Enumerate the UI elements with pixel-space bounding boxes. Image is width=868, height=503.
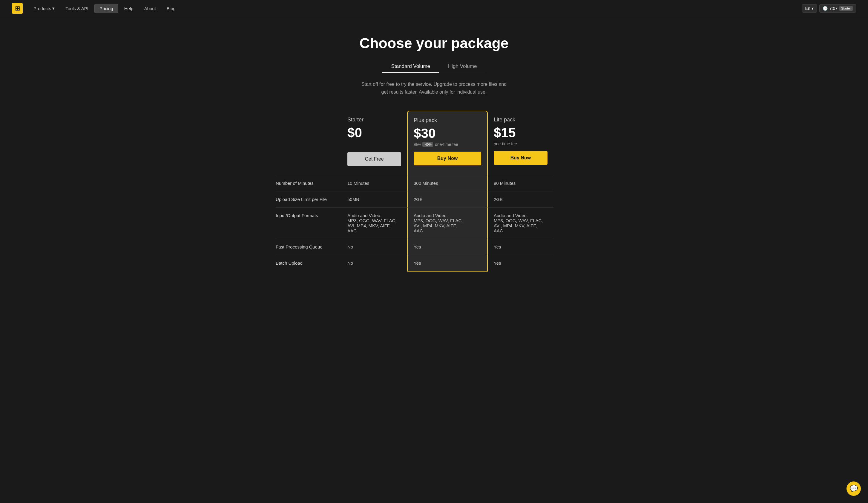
feature-minutes-starter: 10 Minutes <box>341 175 407 191</box>
lite-fee-label: one-time fee <box>494 141 517 146</box>
nav-about[interactable]: About <box>140 4 161 13</box>
header-empty <box>276 111 341 175</box>
nav-help[interactable]: Help <box>120 4 138 13</box>
feature-upload-lite: 2GB <box>488 191 554 207</box>
feature-label-formats: Input/Output Formats <box>276 207 341 239</box>
plus-cta-button[interactable]: Buy Now <box>414 152 481 165</box>
pricing-table: Starter $0 Get Free Plus pack $30 $50 -4… <box>276 111 592 272</box>
feature-queue-starter: No <box>341 239 407 255</box>
starter-cta-button[interactable]: Get Free <box>348 152 401 166</box>
feature-upload-plus: 2GB <box>407 191 488 207</box>
feature-upload-starter: 50MB <box>341 191 407 207</box>
feature-formats-lite: Audio and Video: MP3, OGG, WAV, FLAC, AV… <box>488 207 554 239</box>
feature-label-queue: Fast Processing Queue <box>276 239 341 255</box>
plan-header-lite: Lite pack $15 one-time fee Buy Now <box>488 111 554 175</box>
chat-button[interactable]: 💬 <box>847 482 861 496</box>
navbar: ⊞ Products ▾ Tools & API Pricing Help Ab… <box>0 0 868 17</box>
page-title: Choose your package <box>276 35 592 51</box>
logo-icon: ⊞ <box>15 5 20 12</box>
plus-fee-label: one-time fee <box>435 142 458 147</box>
plus-discount-badge: -40% <box>422 142 433 147</box>
plan-header-plus: Plus pack $30 $50 -40% one-time fee Buy … <box>407 111 488 175</box>
plus-original-price: $50 <box>414 142 421 147</box>
starter-plan-name: Starter <box>348 117 401 123</box>
lite-cta-button[interactable]: Buy Now <box>494 151 548 165</box>
plus-price: $30 <box>414 126 481 141</box>
tab-high-volume[interactable]: High Volume <box>439 60 486 73</box>
plan-header-starter: Starter $0 Get Free <box>341 111 407 175</box>
nav-products[interactable]: Products ▾ <box>29 4 60 13</box>
nav-tools-api[interactable]: Tools & API <box>61 4 93 13</box>
lite-price: $15 <box>494 125 548 140</box>
feature-minutes-plus: 300 Minutes <box>407 175 488 191</box>
plan-badge: Starter <box>839 6 853 11</box>
plus-plan-name: Plus pack <box>414 117 481 123</box>
plus-price-detail: $50 -40% one-time fee <box>414 142 481 147</box>
page-subtitle: Start off for free to try the service. U… <box>276 80 592 96</box>
lite-plan-name: Lite pack <box>494 117 548 123</box>
feature-minutes-lite: 90 Minutes <box>488 175 554 191</box>
main-content: Choose your package Standard Volume High… <box>270 17 598 295</box>
feature-label-upload: Upload Size Limit per File <box>276 191 341 207</box>
logo[interactable]: ⊞ <box>12 3 23 14</box>
feature-queue-plus: Yes <box>407 239 488 255</box>
feature-formats-starter: Audio and Video: MP3, OGG, WAV, FLAC, AV… <box>341 207 407 239</box>
timer-display: 🕐 7:07 Starter <box>819 4 856 12</box>
feature-formats-plus: Audio and Video: MP3, OGG, WAV, FLAC, AV… <box>407 207 488 239</box>
starter-price: $0 <box>348 125 401 140</box>
nav-right: En ▾ 🕐 7:07 Starter <box>802 4 856 12</box>
clock-icon: 🕐 <box>823 6 828 11</box>
plan-tabs: Standard Volume High Volume <box>382 60 486 73</box>
feature-batch-lite: Yes <box>488 255 554 272</box>
language-selector[interactable]: En ▾ <box>802 4 817 12</box>
nav-links: Products ▾ Tools & API Pricing Help Abou… <box>29 4 802 13</box>
chevron-down-icon: ▾ <box>52 6 55 11</box>
chevron-down-icon: ▾ <box>812 6 814 11</box>
feature-queue-lite: Yes <box>488 239 554 255</box>
feature-label-minutes: Number of Minutes <box>276 175 341 191</box>
feature-batch-starter: No <box>341 255 407 272</box>
feature-label-batch: Batch Upload <box>276 255 341 272</box>
tab-standard-volume[interactable]: Standard Volume <box>382 60 439 73</box>
feature-batch-plus: Yes <box>407 255 488 272</box>
lite-price-detail: one-time fee <box>494 141 548 146</box>
chat-icon: 💬 <box>850 485 858 493</box>
nav-pricing[interactable]: Pricing <box>94 4 118 13</box>
nav-blog[interactable]: Blog <box>162 4 180 13</box>
